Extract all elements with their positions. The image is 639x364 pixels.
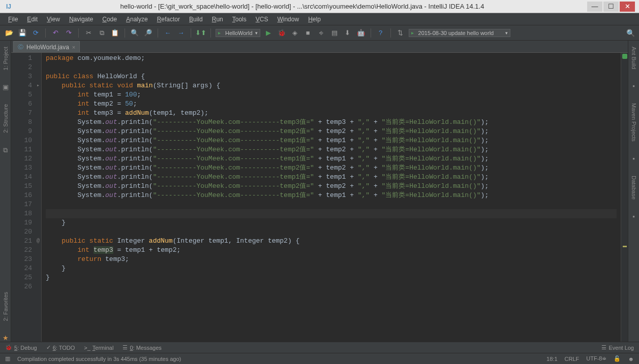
tool-window-6-todo[interactable]: ✓6: TODO (46, 344, 75, 351)
code-line[interactable] (46, 227, 617, 237)
maximize-button[interactable]: ☐ (603, 2, 619, 12)
line-number[interactable]: 19 (13, 218, 32, 227)
code-line[interactable]: System.out.println("----------YouMeek.co… (46, 173, 617, 182)
code-line[interactable]: System.out.println("----------YouMeek.co… (46, 127, 617, 136)
code-line[interactable]: System.out.println("----------YouMeek.co… (46, 154, 617, 163)
android-icon[interactable]: 🤖 (356, 28, 366, 38)
line-number[interactable]: 16 (13, 191, 32, 200)
menu-code[interactable]: Code (99, 15, 120, 24)
make-icon[interactable]: ⬇⬆ (196, 28, 206, 38)
warning-marker[interactable] (623, 246, 627, 247)
code-line[interactable]: } (46, 273, 617, 282)
code-line[interactable] (46, 63, 617, 72)
code-line[interactable]: System.out.println("----------YouMeek.co… (46, 145, 617, 154)
code-line[interactable]: } (46, 218, 617, 227)
minimize-button[interactable]: — (587, 2, 602, 12)
menu-run[interactable]: Run (209, 15, 226, 24)
avd-icon[interactable]: ▤ (329, 28, 340, 38)
menu-edit[interactable]: Edit (24, 15, 41, 24)
overview-ruler[interactable] (621, 53, 628, 342)
menu-tools[interactable]: Tools (229, 15, 250, 24)
status-icon[interactable]: ▥ (5, 355, 10, 362)
line-number[interactable]: 17 (13, 200, 32, 209)
readonly-toggle-icon[interactable]: 🔓 (614, 355, 621, 362)
help-icon[interactable]: ? (376, 28, 386, 38)
line-number[interactable]: 11 (13, 145, 32, 154)
line-number[interactable]: 3 (13, 72, 32, 81)
tool-window-ant-build[interactable]: Ant Build (631, 44, 637, 72)
search-everywhere-icon[interactable]: 🔍 (626, 29, 635, 37)
code-line[interactable]: int temp1 = 100; (46, 90, 617, 100)
menu-navigate[interactable]: Navigate (66, 15, 96, 24)
menu-window[interactable]: Window (274, 15, 302, 24)
editor-body[interactable]: 1234567891011121314151617181920212223242… (11, 53, 628, 342)
tool-window-5-debug[interactable]: 🐞5: Debug (5, 344, 37, 351)
cursor-position[interactable]: 18:1 (546, 356, 557, 362)
paste-icon[interactable]: 📋 (110, 28, 120, 38)
menu-analyze[interactable]: Analyze (123, 15, 151, 24)
code-line[interactable]: public class HelloWorld { (46, 72, 617, 81)
code-line[interactable]: public static void main(String[] args) { (46, 81, 617, 90)
line-separator[interactable]: CRLF (565, 356, 580, 362)
code-line[interactable]: int temp2 = 50; (46, 100, 617, 109)
find-icon[interactable]: 🔍 (130, 28, 140, 38)
debug-icon[interactable]: 🐞 (277, 28, 287, 38)
line-number[interactable]: 22 (13, 246, 32, 255)
vcs-changelist-select[interactable]: 2015-08-30 update hello world (409, 29, 510, 37)
code-line[interactable] (46, 209, 617, 218)
gutter-mark[interactable]: ▸ (37, 81, 40, 90)
editor-tab[interactable]: Ⓒ HelloWorld.java × (13, 41, 80, 52)
code-line[interactable]: System.out.println("----------YouMeek.co… (46, 191, 617, 200)
close-button[interactable]: ✕ (620, 2, 635, 12)
tool-window-maven-projects[interactable]: Maven Projects (631, 100, 637, 145)
undo-icon[interactable]: ↶ (50, 28, 60, 38)
menu-refactor[interactable]: Refactor (154, 15, 183, 24)
event-log[interactable]: ☰Event Log (601, 344, 634, 351)
menu-build[interactable]: Build (186, 15, 206, 24)
save-all-icon[interactable]: 💾 (17, 28, 27, 38)
tab-close-icon[interactable]: × (72, 44, 75, 50)
line-number[interactable]: 7 (13, 109, 32, 118)
line-number[interactable]: 9 (13, 127, 32, 136)
tool-window-2-structure[interactable]: 2: Structure (3, 101, 9, 136)
open-icon[interactable]: 📂 (4, 28, 14, 38)
redo-icon[interactable]: ↷ (64, 28, 74, 38)
code-line[interactable]: System.out.println("----------YouMeek.co… (46, 118, 617, 127)
code-line[interactable]: } (46, 264, 617, 273)
code-line[interactable]: public static Integer addNum(Integer tem… (46, 237, 617, 246)
back-icon[interactable]: ← (163, 28, 173, 38)
cut-icon[interactable]: ✂ (83, 28, 94, 38)
code-line[interactable]: int temp3 = addNum(temp1, temp2); (46, 109, 617, 118)
line-number[interactable]: 2 (13, 63, 32, 72)
menu-vcs[interactable]: VCS (253, 15, 271, 24)
line-number[interactable]: 8 (13, 118, 32, 127)
line-number[interactable]: 12 (13, 154, 32, 163)
menu-file[interactable]: File (5, 15, 21, 24)
code-line[interactable]: return temp3; (46, 255, 617, 264)
code-line[interactable] (46, 200, 617, 209)
coverage-icon[interactable]: ◈ (290, 28, 300, 38)
tool-window-2-favorites[interactable]: 2: Favorites (3, 289, 9, 324)
run-config-select[interactable]: HelloWorld (216, 29, 260, 37)
line-number[interactable]: 21 (13, 237, 32, 246)
vcs-update-icon[interactable]: ⇅ (395, 28, 406, 38)
tool-window-database[interactable]: Database (631, 173, 637, 203)
code-line[interactable]: int temp3 = temp1 + temp2; (46, 246, 617, 255)
stop-icon[interactable]: ■ (303, 28, 313, 38)
menu-help[interactable]: Help (305, 15, 324, 24)
line-number[interactable]: 4 (13, 81, 32, 90)
line-number[interactable]: 14 (13, 173, 32, 182)
code-line[interactable]: System.out.println("----------YouMeek.co… (46, 182, 617, 191)
code-line[interactable]: System.out.println("----------YouMeek.co… (46, 136, 617, 145)
replace-icon[interactable]: 🔎 (143, 28, 153, 38)
gutter-mark[interactable]: @ (37, 237, 40, 246)
code-area[interactable]: package com.youmeek.demo;public class He… (42, 53, 621, 342)
gutter[interactable]: 1234567891011121314151617181920212223242… (11, 53, 42, 342)
sdk-icon[interactable]: ⬇ (343, 28, 353, 38)
file-encoding[interactable]: UTF-8≑ (586, 355, 606, 362)
copy-icon[interactable]: ⧉ (97, 28, 107, 38)
line-number[interactable]: 13 (13, 163, 32, 173)
code-line[interactable] (46, 282, 617, 291)
line-number[interactable]: 26 (13, 282, 32, 291)
sync-icon[interactable]: ⟳ (31, 28, 41, 38)
